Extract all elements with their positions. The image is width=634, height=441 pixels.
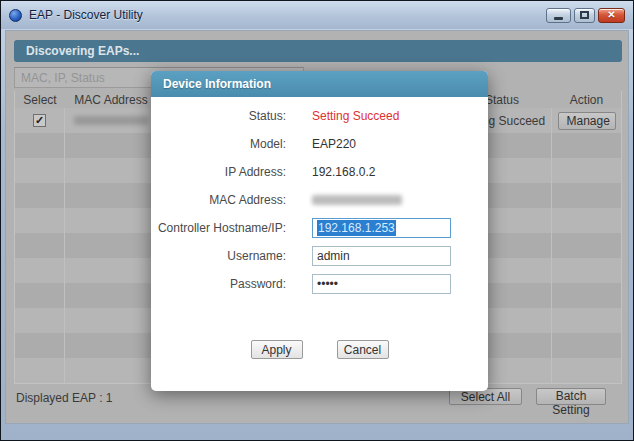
mac-address-label: MAC Address: <box>151 193 286 207</box>
field-username: Username: admin <box>151 245 488 267</box>
maximize-icon <box>580 11 589 19</box>
batch-setting-button[interactable]: Batch Setting <box>536 388 606 405</box>
window-title: EAP - Discover Utility <box>29 8 143 22</box>
field-controller-hostname-ip: Controller Hostname/IP: 192.168.1.253 <box>151 217 488 239</box>
app-icon <box>9 9 22 22</box>
field-ip-address: IP Address: 192.168.0.2 <box>151 161 488 183</box>
field-mac-address: MAC Address: <box>151 189 488 211</box>
status-value: Setting Succeed <box>312 109 399 123</box>
cancel-button[interactable]: Cancel <box>337 340 389 359</box>
row-select-checkbox[interactable]: ✓ <box>33 114 46 127</box>
minimize-button[interactable] <box>546 8 571 23</box>
username-input[interactable]: admin <box>312 246 451 266</box>
maximize-button[interactable] <box>574 8 595 23</box>
title-bar: EAP - Discover Utility ✕ <box>1 1 633 29</box>
controller-hostname-ip-input[interactable]: 192.168.1.253 <box>312 218 451 238</box>
device-information-dialog: Device Information Status: Setting Succe… <box>151 71 488 391</box>
password-label: Password: <box>151 277 286 291</box>
displayed-eap-count: Displayed EAP : 1 <box>16 391 113 405</box>
status-label: Status: <box>151 109 286 123</box>
close-button[interactable]: ✕ <box>598 8 625 23</box>
apply-button[interactable]: Apply <box>251 340 303 359</box>
app-window: EAP - Discover Utility ✕ Discovering EAP… <box>0 0 634 441</box>
column-header-action: Action <box>552 91 621 108</box>
controller-hostname-ip-label: Controller Hostname/IP: <box>151 221 286 235</box>
ip-address-label: IP Address: <box>151 165 286 179</box>
column-header-select: Select <box>15 91 65 108</box>
discovering-eaps-banner: Discovering EAPs... <box>14 40 622 62</box>
close-icon: ✕ <box>607 10 615 20</box>
dialog-button-row: Apply Cancel <box>151 340 488 359</box>
row-mac-address-redacted <box>74 116 148 125</box>
dialog-title: Device Information <box>151 71 488 97</box>
manage-button[interactable]: Manage <box>558 112 616 130</box>
column-header-mac-address: MAC Address <box>65 91 157 108</box>
model-value: EAP220 <box>312 137 356 151</box>
field-status: Status: Setting Succeed <box>151 105 488 127</box>
username-label: Username: <box>151 249 286 263</box>
field-password: Password: ••••• <box>151 273 488 295</box>
window-controls: ✕ <box>546 8 625 23</box>
password-input[interactable]: ••••• <box>312 274 451 294</box>
minimize-icon <box>554 17 563 20</box>
mac-address-value-redacted <box>312 195 402 205</box>
model-label: Model: <box>151 137 286 151</box>
ip-address-value: 192.168.0.2 <box>312 165 375 179</box>
field-model: Model: EAP220 <box>151 133 488 155</box>
controller-hostname-ip-selected-text: 192.168.1.253 <box>317 220 396 236</box>
